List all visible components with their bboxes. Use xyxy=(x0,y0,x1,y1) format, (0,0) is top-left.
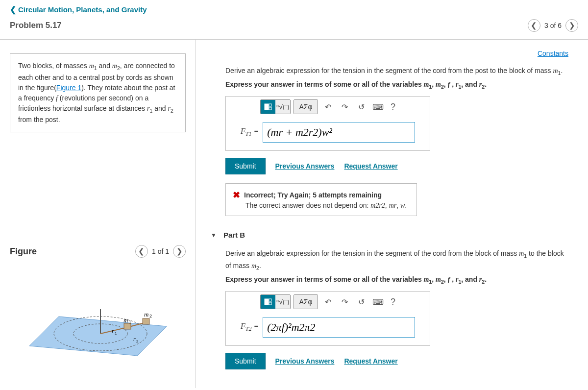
pager-next-button[interactable]: ❯ xyxy=(565,19,578,32)
part-a-instructions: Express your answer in terms of some or … xyxy=(225,80,568,90)
breadcrumb-link[interactable]: ❮ Circular Motion, Planets, and Gravity xyxy=(10,5,578,14)
svg-text:1: 1 xyxy=(129,319,131,324)
pager-text: 3 of 6 xyxy=(544,22,562,29)
part-a-feedback: ✖ Incorrect; Try Again; 5 attempts remai… xyxy=(225,183,417,216)
part-b-answer-block: ⁿ√▢ ΑΣφ ↶ ↷ ↺ ⌨ ? FT2 = xyxy=(225,291,430,346)
help-button[interactable]: ? xyxy=(391,102,395,112)
part-a-previous-answers-link[interactable]: Previous Answers xyxy=(275,162,335,170)
reset-button[interactable]: ↺ xyxy=(354,100,368,114)
sqrt-button[interactable]: ⁿ√▢ xyxy=(275,295,290,309)
undo-button[interactable]: ↶ xyxy=(321,295,335,309)
svg-text:m: m xyxy=(144,311,148,318)
figure-pager-text: 1 of 1 xyxy=(152,247,169,255)
svg-rect-16 xyxy=(265,104,269,110)
figure-pager: ❮ 1 of 1 ❯ xyxy=(135,245,186,258)
svg-text:m: m xyxy=(123,317,128,324)
figure-heading: Figure xyxy=(10,246,37,257)
svg-rect-19 xyxy=(265,299,269,305)
breadcrumb-text: Circular Motion, Planets, and Gravity xyxy=(18,5,147,14)
pager-prev-button[interactable]: ❮ xyxy=(528,19,540,32)
figure-image: m1 m2 r1 r2 xyxy=(10,282,186,361)
greek-button[interactable]: ΑΣφ xyxy=(294,100,318,114)
templates-button[interactable] xyxy=(261,100,275,114)
svg-text:1: 1 xyxy=(115,331,117,336)
greek-button[interactable]: ΑΣφ xyxy=(294,295,318,309)
incorrect-icon: ✖ xyxy=(233,190,240,200)
problem-title: Problem 5.17 xyxy=(10,21,62,30)
svg-text:r: r xyxy=(133,336,136,342)
part-a-answer-block: ⁿ√▢ ΑΣφ ↶ ↷ ↺ ⌨ ? FT1 = xyxy=(225,96,430,151)
problem-pager: ❮ 3 of 6 ❯ xyxy=(528,19,578,32)
templates-button[interactable] xyxy=(261,295,275,309)
svg-rect-21 xyxy=(269,302,271,305)
part-a-request-answer-link[interactable]: Request Answer xyxy=(344,162,397,170)
constants-link[interactable]: Constants xyxy=(538,49,568,57)
part-b-toolbar: ⁿ√▢ ΑΣφ ↶ ↷ ↺ ⌨ ? xyxy=(226,292,430,312)
part-b-answer-input[interactable] xyxy=(263,317,415,338)
svg-rect-17 xyxy=(269,104,271,106)
svg-rect-7 xyxy=(143,318,149,324)
sqrt-button[interactable]: ⁿ√▢ xyxy=(275,100,290,114)
part-a-submit-button[interactable]: Submit xyxy=(225,158,266,174)
part-a-toolbar: ⁿ√▢ ΑΣφ ↶ ↷ ↺ ⌨ ? xyxy=(226,97,430,117)
redo-button[interactable]: ↷ xyxy=(338,100,351,114)
figure-next-button[interactable]: ❯ xyxy=(173,245,186,258)
svg-text:2: 2 xyxy=(149,314,152,318)
part-a-prompt: Derive an algebraic expression for the t… xyxy=(225,65,568,77)
part-a-answer-input[interactable] xyxy=(263,122,415,143)
part-b-previous-answers-link[interactable]: Previous Answers xyxy=(275,357,335,365)
problem-statement: Two blocks, of masses m1 and m2, are con… xyxy=(10,53,186,132)
feedback-title: Incorrect; Try Again; 5 attempts remaini… xyxy=(244,191,382,199)
part-b-instructions: Express your answer in terms of some or … xyxy=(225,275,568,285)
part-b-collapse-icon[interactable]: ▼ xyxy=(211,232,217,239)
feedback-body: The correct answer does not depend on: m… xyxy=(245,201,407,210)
svg-text:2: 2 xyxy=(136,339,139,343)
reset-button[interactable]: ↺ xyxy=(354,295,368,309)
svg-text:r: r xyxy=(112,328,114,335)
part-b-title: Part B xyxy=(223,231,245,239)
redo-button[interactable]: ↷ xyxy=(338,295,351,309)
figure-prev-button[interactable]: ❮ xyxy=(135,245,148,258)
part-b-var-label: FT2 = xyxy=(241,322,259,333)
keyboard-button[interactable]: ⌨ xyxy=(371,100,385,114)
undo-button[interactable]: ↶ xyxy=(321,100,335,114)
help-button[interactable]: ? xyxy=(391,297,395,307)
part-b-request-answer-link[interactable]: Request Answer xyxy=(344,357,397,365)
part-a-var-label: FT1 = xyxy=(241,127,259,138)
keyboard-button[interactable]: ⌨ xyxy=(371,295,385,309)
chevron-left-icon: ❮ xyxy=(10,5,16,14)
part-b-submit-button[interactable]: Submit xyxy=(225,353,266,369)
svg-rect-20 xyxy=(269,299,271,301)
svg-rect-18 xyxy=(269,107,271,110)
part-b-prompt: Derive an algebraic expression for the t… xyxy=(225,248,568,272)
